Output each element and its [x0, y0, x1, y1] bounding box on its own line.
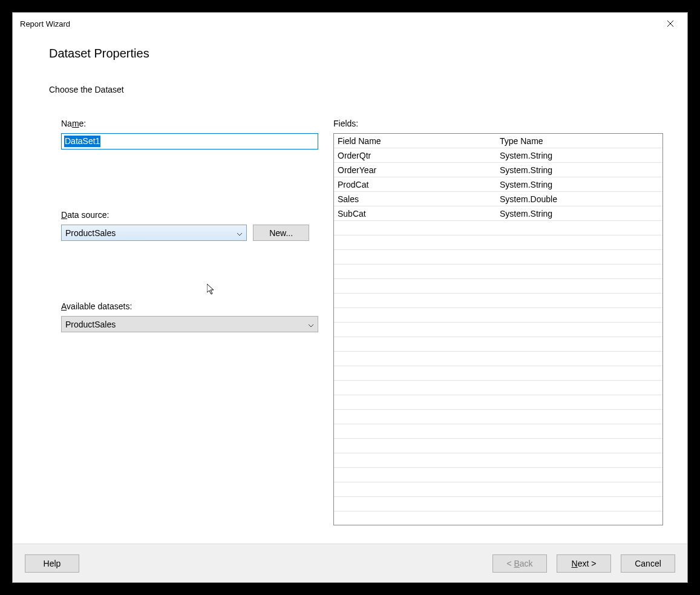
report-wizard-dialog: Report Wizard Dataset Properties Choose …	[12, 12, 688, 583]
fields-empty-row	[334, 294, 662, 308]
left-column: Name: DataSet1 Data source: ProductSales	[49, 119, 309, 525]
content-area: Dataset Properties Choose the Dataset Na…	[13, 35, 687, 544]
fields-label: Fields:	[333, 119, 663, 128]
window-title: Report Wizard	[20, 19, 659, 28]
fields-empty-row	[334, 235, 662, 250]
fields-empty-row	[334, 308, 662, 323]
fields-empty-row	[334, 497, 662, 511]
fields-row[interactable]: OrderYearSystem.String	[334, 163, 662, 177]
fields-empty-row	[334, 265, 662, 279]
fields-empty-row	[334, 453, 662, 468]
field-name-cell: Sales	[334, 194, 496, 204]
new-datasource-button[interactable]: New...	[253, 225, 309, 241]
close-button[interactable]	[659, 15, 681, 33]
field-type-cell: System.String	[496, 209, 662, 219]
field-name-cell: ProdCat	[334, 180, 496, 189]
fields-row[interactable]: OrderQtrSystem.String	[334, 148, 662, 163]
fields-empty-row	[334, 221, 662, 235]
titlebar: Report Wizard	[13, 13, 687, 35]
fields-empty-row	[334, 352, 662, 366]
fields-grid[interactable]: Field Name Type Name OrderQtrSystem.Stri…	[333, 133, 663, 525]
fields-empty-row	[334, 410, 662, 424]
fields-empty-row	[334, 482, 662, 497]
fields-empty-row	[334, 279, 662, 294]
available-datasets-label: Available datasets:	[61, 301, 309, 311]
right-column: Fields: Field Name Type Name OrderQtrSys…	[333, 119, 663, 525]
datasource-select[interactable]: ProductSales	[61, 225, 247, 241]
fields-empty-row	[334, 381, 662, 395]
fields-empty-row	[334, 366, 662, 381]
field-type-cell: System.String	[496, 180, 662, 189]
available-selected: ProductSales	[65, 320, 116, 329]
page-heading: Dataset Properties	[49, 47, 663, 61]
fields-empty-row	[334, 250, 662, 265]
fields-row[interactable]: SubCatSystem.String	[334, 206, 662, 221]
field-name-cell: SubCat	[334, 209, 496, 219]
field-type-cell: System.Double	[496, 194, 662, 204]
name-label: Name:	[61, 119, 309, 128]
close-icon	[667, 20, 674, 27]
fields-empty-row	[334, 323, 662, 337]
chevron-down-icon	[308, 320, 314, 329]
fields-header-name: Field Name	[334, 136, 496, 146]
chevron-down-icon	[237, 228, 243, 238]
fields-header: Field Name Type Name	[334, 134, 662, 148]
fields-empty-row	[334, 439, 662, 453]
fields-empty-row	[334, 395, 662, 410]
footer-bar: Help < Back Next > Cancel	[13, 544, 687, 582]
field-name-cell: OrderQtr	[334, 151, 496, 160]
fields-row[interactable]: ProdCatSystem.String	[334, 177, 662, 192]
fields-row[interactable]: SalesSystem.Double	[334, 192, 662, 206]
fields-empty-row	[334, 511, 662, 525]
page-subheading: Choose the Dataset	[49, 85, 663, 94]
datasource-label: Data source:	[61, 210, 309, 220]
fields-empty-row	[334, 468, 662, 482]
fields-empty-row	[334, 337, 662, 352]
back-button: < Back	[492, 554, 547, 573]
datasource-selected: ProductSales	[65, 228, 116, 238]
fields-empty-row	[334, 424, 662, 439]
name-input-selection: DataSet1	[64, 136, 100, 147]
field-type-cell: System.String	[496, 165, 662, 175]
field-type-cell: System.String	[496, 151, 662, 160]
help-button[interactable]: Help	[25, 554, 79, 573]
field-name-cell: OrderYear	[334, 165, 496, 175]
cancel-button[interactable]: Cancel	[621, 554, 675, 573]
next-button[interactable]: Next >	[557, 554, 611, 573]
fields-header-type: Type Name	[496, 136, 662, 146]
available-datasets-select[interactable]: ProductSales	[61, 316, 318, 332]
